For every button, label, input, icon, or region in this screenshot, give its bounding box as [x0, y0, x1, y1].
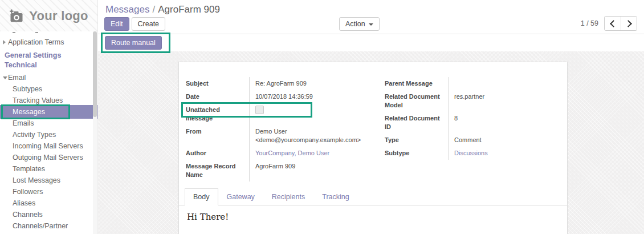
clipped-sidebar-item	[0, 31, 97, 37]
field-value: res.partner	[449, 90, 567, 112]
chevron-down-icon	[3, 76, 7, 79]
field-value	[250, 103, 374, 125]
sidebar-item-channels[interactable]: Channels	[0, 209, 97, 220]
field-value: 8	[449, 112, 567, 134]
field-unattached-message: Unattached message	[186, 103, 374, 125]
sidebar-item-incoming-mail-servers[interactable]: Incoming Mail Servers	[0, 140, 97, 152]
content-background: Subject Re: AgroFarm 909 Date 10/07/2018…	[98, 51, 644, 234]
field-related-document-id: Related Document ID 8	[385, 112, 567, 134]
sidebar-item-application-terms[interactable]: Application Terms	[0, 37, 97, 48]
sidebar-item-outgoing-mail-servers[interactable]: Outgoing Mail Servers	[0, 152, 97, 163]
field-related-document-model: Related Document Model res.partner	[385, 90, 567, 112]
main-area: Messages/AgroFarm 909 Edit Create Action…	[98, 0, 644, 234]
caret-down-icon	[369, 23, 373, 26]
field-label: Related Document Model	[385, 90, 449, 112]
sidebar: Your logo Application Terms General Sett…	[0, 0, 98, 234]
sidebar-item-label: Channels/Partner	[13, 222, 68, 230]
pager-previous-button[interactable]	[605, 17, 621, 30]
logo-text: Your logo	[29, 9, 88, 23]
breadcrumb: Messages/AgroFarm 909	[105, 4, 220, 15]
breadcrumb-separator: /	[152, 4, 155, 15]
field-value: 10/07/2018 14:36:59	[250, 90, 374, 103]
field-value: AgroFarm 909	[250, 160, 374, 181]
breadcrumb-parent-link[interactable]: Messages	[105, 4, 149, 15]
sidebar-item-label: Messages	[13, 108, 45, 116]
sidebar-item-label: Incoming Mail Servers	[13, 142, 83, 150]
control-panel: Messages/AgroFarm 909 Edit Create Action…	[98, 0, 644, 34]
sidebar-item-tracking-values[interactable]: Tracking Values	[0, 95, 97, 106]
sidebar-item-label: Emails	[13, 119, 34, 127]
route-manual-button[interactable]: Route manual	[105, 36, 162, 50]
field-label: Related Document ID	[385, 112, 449, 134]
field-label: Author	[186, 147, 250, 160]
field-value: Comment	[449, 134, 567, 147]
field-from: From Demo User <demo@yourcompany.example…	[186, 125, 374, 147]
company-logo: Your logo	[0, 0, 97, 31]
sidebar-item-emails[interactable]: Emails	[0, 118, 97, 129]
field-label: Message Record Name	[186, 160, 250, 181]
field-date: Date 10/07/2018 14:36:59	[186, 90, 374, 103]
field-author: Author YourCompany, Demo User	[186, 147, 374, 160]
field-label: Date	[186, 90, 250, 103]
sidebar-item-label: Templates	[13, 165, 45, 173]
field-label: Subtype	[385, 147, 449, 160]
chevron-left-icon	[610, 20, 617, 27]
sidebar-item-label: Followers	[13, 188, 43, 196]
sidebar-item-messages[interactable]: Messages	[0, 105, 97, 119]
tab-body[interactable]: Body	[185, 188, 218, 205]
edit-button[interactable]: Edit	[104, 17, 129, 31]
field-type: Type Comment	[385, 134, 567, 147]
sidebar-item-activity-types[interactable]: Activity Types	[0, 129, 97, 140]
field-label: Unattached message	[186, 103, 250, 125]
sidebar-item-label: General Settings	[5, 51, 61, 59]
field-group-right: Parent Message Related Document Model re…	[385, 77, 567, 181]
sidebar-item-channels-partner[interactable]: Channels/Partner	[0, 220, 97, 232]
breadcrumb-current: AgroFarm 909	[158, 4, 220, 15]
sidebar-item-label: Email	[8, 74, 26, 82]
field-value[interactable]: Discussions	[449, 147, 567, 160]
sidebar-item-general-settings[interactable]: General Settings	[0, 51, 97, 60]
field-message-record-name: Message Record Name AgroFarm 909	[186, 160, 374, 181]
app-window: Your logo Application Terms General Sett…	[0, 0, 644, 234]
field-value: Re: AgroFarm 909	[250, 77, 374, 90]
sidebar-item-label: Outgoing Mail Servers	[13, 154, 83, 162]
form-sheet: Subject Re: AgroFarm 909 Date 10/07/2018…	[178, 62, 568, 234]
chevron-right-icon	[3, 40, 6, 45]
scrollbar-thumb[interactable]	[93, 31, 97, 117]
sidebar-item-label: Lost Messages	[13, 176, 60, 184]
sidebar-item-technical[interactable]: Technical	[0, 60, 97, 70]
field-label: Subject	[186, 77, 250, 90]
sidebar-item-email[interactable]: Email	[0, 72, 97, 83]
form-buttons: Edit Create	[104, 17, 165, 31]
tab-bar: BodyGatewayRecipientsTracking	[179, 188, 567, 205]
sidebar-item-label: Channels	[13, 211, 43, 219]
sidebar-item-label: Technical	[5, 61, 37, 69]
sidebar-item-templates[interactable]: Templates	[0, 163, 97, 175]
sidebar-nav: Application Terms General Settings Techn…	[0, 37, 97, 232]
camera-plus-icon	[9, 9, 24, 23]
field-value: Demo User <demo@yourcompany.example.com>	[250, 125, 374, 147]
field-value[interactable]: YourCompany, Demo User	[250, 147, 374, 160]
message-body-text: Hi There!	[179, 205, 567, 228]
tab-tracking[interactable]: Tracking	[313, 188, 357, 205]
action-dropdown-button[interactable]: Action	[339, 17, 380, 31]
pager: 1 / 59	[581, 16, 637, 31]
sidebar-item-lost-messages[interactable]: Lost Messages	[0, 175, 97, 186]
sidebar-item-label: Application Terms	[8, 38, 64, 46]
field-subject: Subject Re: AgroFarm 909	[186, 77, 374, 90]
sidebar-item-subtypes[interactable]: Subtypes	[0, 83, 97, 95]
pager-buttons	[604, 16, 637, 31]
chevron-right-icon	[625, 20, 632, 27]
field-label: From	[186, 125, 250, 147]
field-label: Parent Message	[385, 77, 449, 90]
sidebar-item-label: Subtypes	[13, 85, 42, 93]
tab-gateway[interactable]: Gateway	[218, 188, 263, 205]
pager-next-button[interactable]	[621, 17, 637, 30]
tab-recipients[interactable]: Recipients	[263, 188, 313, 205]
create-button[interactable]: Create	[132, 17, 166, 31]
sidebar-item-followers[interactable]: Followers	[0, 186, 97, 197]
sidebar-item-aliases[interactable]: Aliases	[0, 197, 97, 209]
field-parent-message: Parent Message	[385, 77, 567, 90]
unattached-message-checkbox[interactable]	[255, 106, 264, 114]
sidebar-item-label: Aliases	[13, 199, 35, 207]
